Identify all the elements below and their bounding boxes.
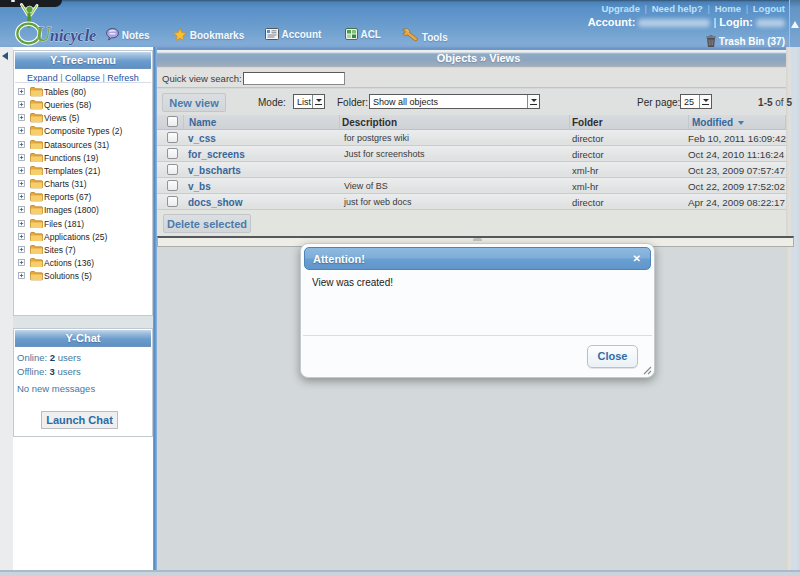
svg-text:nicycle: nicycle [50,27,96,45]
